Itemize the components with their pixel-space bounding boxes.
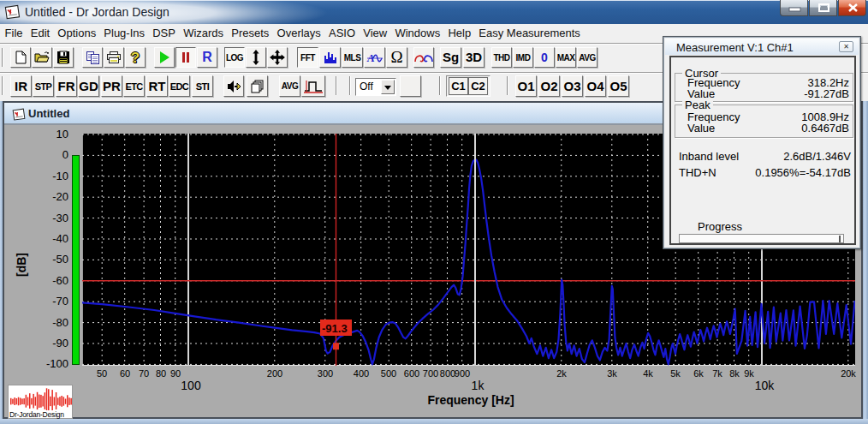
svg-text:-91.3: -91.3 [322, 322, 348, 335]
